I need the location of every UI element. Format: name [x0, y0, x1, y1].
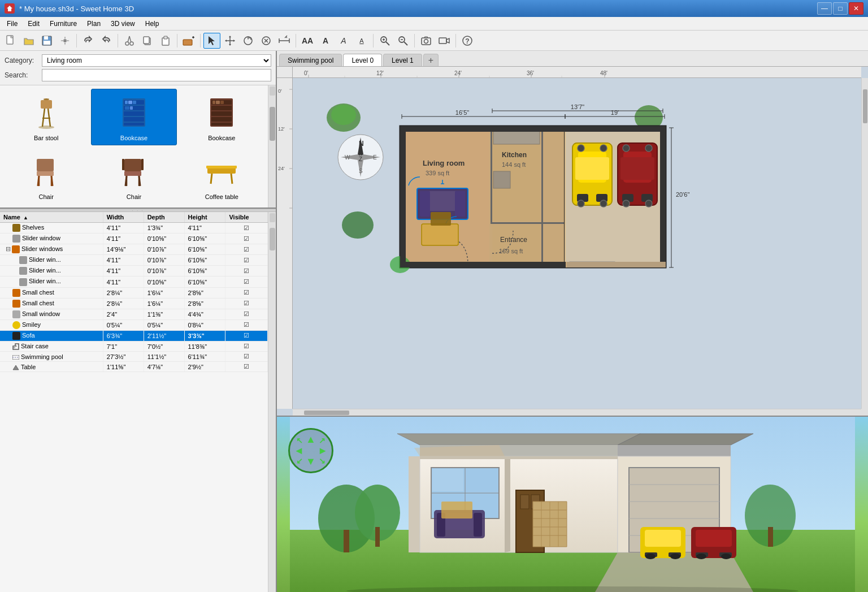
table-scrollbar[interactable] [268, 212, 276, 592]
furniture-item-bookcase-1[interactable]: Bookcase [91, 89, 176, 145]
pan-button[interactable] [222, 33, 238, 49]
furniture-item-coffee-table[interactable]: Coffee table [179, 148, 264, 204]
minimize-button[interactable]: — [817, 2, 832, 15]
svg-rect-61 [37, 159, 54, 171]
open-button[interactable] [20, 33, 37, 49]
paste-button[interactable] [157, 33, 174, 49]
category-dropdown[interactable]: Living room Bedroom Kitchen Bathroom Off… [42, 54, 271, 67]
table-row[interactable]: Table 1'11⅝"4'7⅛"2'9½" ☑ [0, 362, 268, 372]
nav-right[interactable]: ► [318, 445, 328, 457]
furniture-item-bar-stool[interactable]: Bar stool [3, 89, 89, 145]
new-button[interactable] [2, 33, 19, 49]
text-a-button[interactable]: A [317, 33, 334, 49]
table-row[interactable]: Swimming pool 27'3½"11'1½"6'11¾" ☑ [0, 352, 268, 362]
menu-file[interactable]: File [2, 19, 22, 29]
furniture-image-bookcase-2 [199, 93, 244, 132]
menu-plan[interactable]: Plan [83, 19, 105, 29]
move3d-button[interactable] [258, 33, 275, 49]
table-row[interactable]: Stair case 7'1"7'0½"11'8⅜" ☑ [0, 342, 268, 352]
help-button[interactable]: ? [459, 33, 476, 49]
table-row[interactable]: Slider win... 4'11"0'10⅞"6'10⅝" ☑ [0, 266, 268, 276]
table-row[interactable]: Slider win... 4'11"0'10⅝"6'10⅝" ☑ [0, 276, 268, 287]
dimension-button[interactable] [276, 33, 293, 49]
table-row[interactable]: Small window 2'4"1'1⅜"4'4¾" ☑ [0, 309, 268, 319]
cut-button[interactable] [121, 33, 138, 49]
search-input[interactable] [42, 69, 271, 81]
col-name[interactable]: Name ▲ [0, 212, 103, 223]
plan-view[interactable]: 0' 12' 24' 36' 48' [277, 67, 868, 417]
separator-4 [200, 34, 201, 47]
preferences-button[interactable] [57, 33, 73, 49]
furniture-item-bookcase-2[interactable]: Bookcase [179, 89, 264, 145]
table-row[interactable]: Small chest 2'8¼"1'6¼"2'8⅝" ☑ [0, 298, 268, 309]
svg-point-8 [130, 42, 133, 45]
nav-left[interactable]: ◄ [294, 445, 304, 457]
svg-text:W: W [345, 154, 350, 161]
video-button[interactable] [436, 33, 453, 49]
save-button[interactable] [38, 33, 55, 49]
table-row[interactable]: ⊟Slider windows 14'9⅛"0'10⅞"6'10⅝" ☑ [0, 244, 268, 255]
nav-down[interactable]: ▼ [306, 456, 316, 468]
select-button[interactable] [203, 33, 220, 49]
text-italic-button[interactable]: A [335, 33, 352, 49]
copy-button[interactable] [139, 33, 156, 49]
3d-navigation-control[interactable]: ▲ ▼ ◄ ► ↖ ↗ ↙ ↘ [288, 428, 333, 473]
rotate3d-button[interactable] [240, 33, 257, 49]
zoom-out-button[interactable] [394, 33, 411, 49]
svg-rect-44 [124, 111, 144, 116]
table-row-sofa[interactable]: Sofa 6'3¾"2'11½"3'3⅜" ☑ [0, 330, 268, 341]
furniture-label-bookcase-1: Bookcase [120, 135, 147, 141]
svg-rect-68 [124, 171, 141, 176]
svg-point-237 [645, 554, 656, 559]
table-row[interactable]: Small chest 2'8¼"1'6¼"2'8⅝" ☑ [0, 287, 268, 298]
add-level-button[interactable]: + [423, 54, 439, 66]
plan-scroll-h[interactable] [293, 409, 861, 416]
text-small-button[interactable]: A [353, 33, 370, 49]
menu-3dview[interactable]: 3D view [106, 19, 140, 29]
menu-help[interactable]: Help [141, 19, 164, 29]
svg-line-77 [231, 174, 232, 184]
plan-content: N S W E Z [293, 78, 868, 416]
furniture-item-chair-1[interactable]: Chair [3, 148, 89, 204]
add-furniture-button[interactable] [180, 33, 197, 49]
table-row[interactable]: Shelves 4'11"1'3¾"4'11" ☑ [0, 223, 268, 234]
svg-text:S: S [359, 168, 363, 174]
svg-rect-50 [125, 106, 129, 110]
nav-up-right[interactable]: ↗ [319, 436, 326, 445]
separator-3 [177, 34, 177, 47]
zoom-in-button[interactable] [376, 33, 393, 49]
tab-level-1[interactable]: Level 1 [383, 54, 422, 66]
svg-point-7 [125, 42, 129, 45]
svg-rect-157 [422, 224, 458, 245]
menu-furniture[interactable]: Furniture [45, 19, 81, 29]
app-icon [5, 3, 15, 14]
furniture-grid-scrollbar[interactable] [268, 85, 276, 208]
nav-up-left[interactable]: ↖ [296, 436, 303, 445]
tab-swimming-pool[interactable]: Swimming pool [279, 54, 342, 66]
nav-up[interactable]: ▲ [306, 434, 316, 446]
furniture-item-chair-2[interactable]: Chair [91, 148, 176, 204]
plan-scroll-v[interactable] [861, 78, 868, 409]
table-row[interactable]: Slider win... 4'11"0'10⅞"6'10⅝" ☑ [0, 255, 268, 266]
maximize-button[interactable]: □ [833, 2, 848, 15]
col-width[interactable]: Width [103, 212, 144, 223]
ruler-left: 0' 12' 24' [277, 78, 293, 409]
table-row[interactable]: Slider window 4'11"0'10⅝"6'10⅝" ☑ [0, 234, 268, 244]
svg-rect-73 [122, 159, 124, 170]
menu-edit[interactable]: Edit [23, 19, 44, 29]
col-visible[interactable]: Visible [225, 212, 268, 223]
col-depth[interactable]: Depth [144, 212, 184, 223]
text-aa-button[interactable]: AA [299, 33, 316, 49]
redo-button[interactable] [98, 33, 115, 49]
furniture-image-bar-stool [24, 93, 69, 132]
tab-level-0[interactable]: Level 0 [343, 54, 382, 66]
camera-button[interactable] [418, 33, 435, 49]
nav-down-left[interactable]: ↙ [296, 456, 303, 465]
undo-button[interactable] [80, 33, 97, 49]
svg-rect-62 [37, 171, 54, 176]
svg-rect-192 [375, 527, 380, 547]
nav-down-right[interactable]: ↘ [319, 456, 326, 465]
col-height[interactable]: Height [184, 212, 225, 223]
table-row[interactable]: Smiley 0'5¼"0'5¼"0'8¼" ☑ [0, 319, 268, 330]
close-button[interactable]: ✕ [849, 2, 863, 15]
